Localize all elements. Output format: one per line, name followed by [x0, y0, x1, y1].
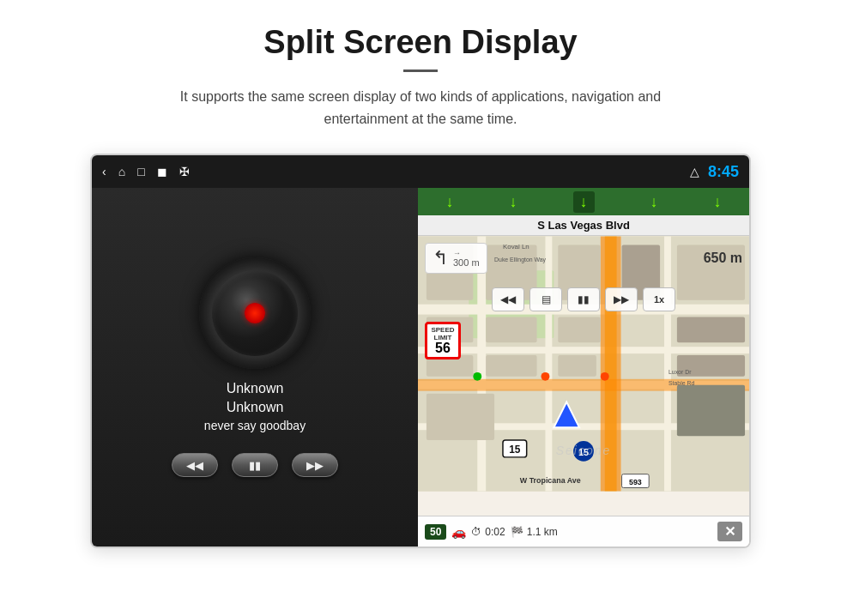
turn-left-icon: ↰	[433, 247, 448, 269]
svg-text:593: 593	[629, 478, 642, 486]
nav-bottom-eta: ⏱ 0:02	[471, 526, 505, 538]
nav-bottom-bar: 50 🚗 ⏱ 0:02 🏁 1.1 km ✕	[418, 516, 749, 547]
page-title: Split Screen Display	[263, 24, 577, 61]
svg-rect-27	[427, 394, 494, 440]
speed-limit-num: 56	[431, 341, 455, 355]
track-title: Unknown	[204, 381, 306, 396]
status-bar-left: ‹ ⌂ □ ◼ ✠	[102, 165, 190, 178]
track-info: Unknown Unknown never say goodbay	[204, 381, 306, 432]
status-bar: ‹ ⌂ □ ◼ ✠ △ 8:45	[92, 155, 749, 188]
home-icon[interactable]: ⌂	[118, 165, 125, 178]
album-center-dot	[245, 303, 265, 323]
watermark: Seicone	[556, 444, 612, 457]
page-container: Split Screen Display It supports the sam…	[0, 0, 841, 616]
usb-icon[interactable]: ✠	[179, 165, 190, 178]
track-song: never say goodbay	[204, 419, 306, 432]
image-icon[interactable]: ◼	[157, 165, 167, 178]
svg-rect-4	[418, 347, 749, 353]
album-art	[199, 257, 311, 369]
next-icon: ▶▶	[306, 459, 324, 472]
svg-rect-8	[545, 237, 552, 492]
prev-icon: ◀◀	[186, 459, 203, 472]
svg-rect-21	[677, 317, 745, 343]
nav-distance-label: 650 m	[704, 251, 742, 266]
pause-icon: ▮▮	[249, 459, 261, 472]
svg-text:15: 15	[509, 444, 521, 456]
pause-button[interactable]: ▮▮	[232, 453, 278, 477]
map-background: Koval Ln Duke Ellington Way Luxor Dr Sta…	[418, 236, 749, 492]
nav-pause-btn[interactable]: ▮▮	[567, 287, 600, 311]
nav-playback-controls: ◀◀ ▤ ▮▮ ▶▶ 1x	[418, 287, 749, 311]
title-divider	[403, 69, 438, 72]
nav-route-icon: 🚗	[451, 525, 466, 539]
back-icon[interactable]: ‹	[102, 165, 106, 178]
prev-button[interactable]: ◀◀	[172, 453, 218, 477]
nav-road-name: S Las Vegas Blvd	[418, 215, 749, 236]
status-time: 8:45	[708, 163, 739, 181]
nav-arrow-3: ↓	[650, 193, 658, 211]
nav-arrow-2: ↓	[510, 193, 517, 211]
music-controls: ◀◀ ▮▮ ▶▶	[172, 453, 338, 477]
svg-rect-24	[558, 355, 596, 377]
device-frame: ‹ ⌂ □ ◼ ✠ △ 8:45 Unknown Unknown	[90, 154, 751, 548]
svg-text:Luxor Dr: Luxor Dr	[669, 369, 692, 375]
nav-speed-limit: SPEED LIMIT 56	[425, 322, 461, 359]
page-subtitle: It supports the same screen display of t…	[154, 86, 687, 130]
nav-map: Koval Ln Duke Ellington Way Luxor Dr Sta…	[418, 236, 749, 492]
svg-text:W Tropicana Ave: W Tropicana Ave	[520, 476, 581, 485]
nav-bottom-speed: 50	[425, 524, 446, 540]
nav-arrow-4: ↓	[714, 193, 722, 211]
triangle-icon: △	[690, 165, 699, 178]
nav-bottom-dist: 🏁 1.1 km	[511, 526, 558, 538]
next-button[interactable]: ▶▶	[292, 453, 338, 477]
svg-rect-26	[677, 385, 745, 436]
svg-point-30	[542, 372, 550, 381]
svg-rect-20	[558, 317, 600, 343]
split-content: Unknown Unknown never say goodbay ◀◀ ▮▮ …	[92, 188, 749, 547]
window-icon[interactable]: □	[137, 165, 144, 178]
nav-direction-distance: 300 m	[453, 257, 480, 268]
nav-speed-btn[interactable]: 1x	[643, 287, 675, 311]
nav-prev-btn[interactable]: ◀◀	[492, 287, 524, 311]
nav-next-btn[interactable]: ▶▶	[605, 287, 638, 311]
svg-point-29	[601, 372, 609, 381]
nav-checkerboard-btn[interactable]: ▤	[529, 287, 562, 311]
nav-direction-box: ↰ → 300 m	[425, 243, 487, 274]
svg-point-31	[473, 372, 481, 381]
nav-panel: ↓ ↓ ↓ ↓ ↓ S Las Vegas Blvd	[418, 188, 749, 547]
nav-close-button[interactable]: ✕	[717, 522, 742, 541]
status-bar-right: △ 8:45	[690, 163, 739, 181]
track-artist: Unknown	[204, 400, 306, 415]
svg-rect-7	[477, 237, 486, 492]
eta-icon: ⏱	[471, 526, 481, 538]
music-panel: Unknown Unknown never say goodbay ◀◀ ▮▮ …	[92, 188, 418, 547]
svg-rect-10	[664, 237, 671, 492]
dist-icon: 🏁	[511, 526, 523, 538]
eta-time: 0:02	[485, 526, 505, 538]
svg-rect-23	[486, 355, 536, 377]
nav-arrow-highlight: ↓	[573, 191, 595, 213]
nav-overlay-controls: ↰ → 300 m 650 m	[418, 243, 749, 274]
dist-value: 1.1 km	[527, 526, 558, 538]
nav-top-bar: ↓ ↓ ↓ ↓ ↓	[418, 188, 749, 215]
nav-arrow-1: ↓	[446, 193, 454, 211]
speed-limit-text: SPEED LIMIT	[431, 326, 455, 341]
svg-text:Stable Rd: Stable Rd	[669, 380, 694, 386]
svg-rect-19	[486, 317, 536, 343]
